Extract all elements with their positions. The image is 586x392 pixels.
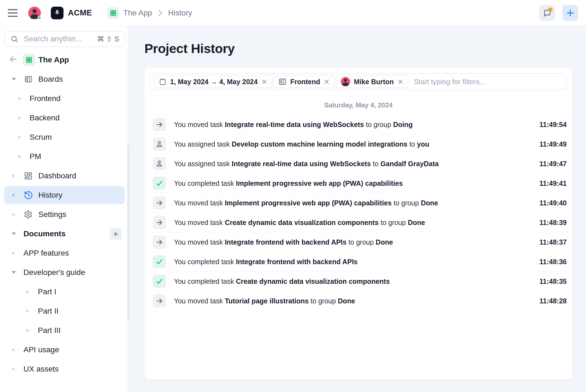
- history-row-time: 11:48:35: [539, 277, 567, 285]
- sidebar-item-label: Scrum: [30, 133, 52, 142]
- sidebar-item-label: Part I: [38, 287, 56, 296]
- sidebar-item-label: History: [38, 191, 62, 200]
- chat-button[interactable]: [539, 5, 555, 21]
- board-icon: [24, 75, 33, 83]
- hamburger-menu-icon[interactable]: [8, 9, 18, 17]
- sidebar-item-pm[interactable]: PM: [0, 147, 130, 166]
- history-row-text: You assigned task Integrate real-time da…: [174, 160, 534, 168]
- sidebar-item-app-features[interactable]: APP features: [0, 243, 130, 263]
- top-header: ACME The App History: [0, 0, 586, 26]
- history-row-time: 11:49:49: [539, 140, 567, 148]
- sidebar-item-ux-assets[interactable]: UX assets: [0, 359, 130, 379]
- sidebar-item-developer-s-guide[interactable]: Developer's guide: [0, 263, 130, 282]
- sidebar-item-part-ii[interactable]: Part II: [0, 301, 130, 321]
- user-avatar[interactable]: [28, 7, 41, 19]
- avatar-icon: [341, 77, 350, 86]
- sidebar-item-part-i[interactable]: Part I: [0, 282, 130, 301]
- sidebar-item-boards[interactable]: Boards: [0, 70, 130, 89]
- breadcrumb-page: History: [168, 9, 192, 17]
- sidebar-item-label: Part II: [38, 307, 59, 316]
- filter-bar[interactable]: 1, May 2024 → 4, May 2024FrontendMike Bu…: [150, 73, 567, 90]
- history-row[interactable]: You completed task Implement progressive…: [144, 173, 572, 193]
- create-new-button[interactable]: [562, 5, 578, 21]
- sidebar-item-label: Developer's guide: [23, 268, 85, 277]
- notification-dot: [548, 7, 553, 12]
- history-row[interactable]: You moved task Tutorial page illustratio…: [144, 291, 572, 311]
- sidebar-item-label: Frontend: [30, 94, 60, 103]
- sidebar-item-the-app[interactable]: The App: [0, 50, 130, 70]
- history-row[interactable]: You moved task Implement progressive web…: [144, 193, 572, 213]
- org-name: ACME: [68, 8, 92, 17]
- bullet-icon: [26, 291, 29, 293]
- sidebar-item-settings[interactable]: Settings: [0, 205, 130, 224]
- arrow-right-icon: [153, 216, 166, 229]
- sidebar-item-label: The App: [38, 55, 69, 64]
- history-row-time: 11:49:41: [539, 179, 567, 187]
- filter-chip-1-may-2024-4-may-2024[interactable]: 1, May 2024 → 4, May 2024: [154, 75, 272, 88]
- bullet-icon: [12, 175, 15, 177]
- sidebar-item-label: Settings: [38, 210, 66, 219]
- history-row-text: You assigned task Develop custom machine…: [174, 140, 534, 148]
- history-row[interactable]: You completed task Integrate frontend wi…: [144, 252, 572, 271]
- history-card: 1, May 2024 → 4, May 2024FrontendMike Bu…: [144, 68, 572, 380]
- breadcrumb-app-icon: [107, 7, 119, 19]
- sidebar-item-dashboard[interactable]: Dashboard: [0, 166, 130, 186]
- check-icon: [153, 255, 166, 268]
- board-icon: [278, 78, 287, 86]
- sidebar-item-label: Backend: [30, 113, 60, 122]
- sidebar-item-backend[interactable]: Backend: [0, 108, 130, 128]
- plus-icon: [566, 9, 575, 17]
- history-row-time: 11:48:28: [539, 297, 567, 305]
- search-input[interactable]: Search anythin... ⌘ ⇧ S: [4, 31, 125, 47]
- sidebar-item-documents[interactable]: Documents+: [0, 224, 130, 243]
- remove-filter-icon[interactable]: [324, 79, 330, 85]
- history-row[interactable]: You moved task Integrate frontend with b…: [144, 232, 572, 252]
- dashboard-icon: [24, 171, 33, 180]
- sidebar-item-label: Part III: [38, 326, 60, 335]
- sidebar-item-label: API usage: [23, 345, 59, 354]
- history-row[interactable]: You assigned task Develop custom machine…: [144, 134, 572, 154]
- remove-filter-icon[interactable]: [261, 79, 267, 85]
- history-row[interactable]: You moved task Create dynamic data visua…: [144, 213, 572, 232]
- page-title: Project History: [144, 41, 572, 56]
- back-arrow-icon[interactable]: [8, 54, 18, 65]
- filter-input-placeholder[interactable]: Start typing for filters...: [414, 78, 486, 86]
- history-row[interactable]: You assigned task Integrate real-time da…: [144, 154, 572, 173]
- filter-chip-mike-burton[interactable]: Mike Burton: [336, 75, 408, 88]
- history-row-time: 11:49:54: [539, 121, 567, 129]
- bullet-icon: [12, 252, 15, 255]
- rocket-icon: [53, 9, 61, 17]
- user-icon: [153, 137, 166, 151]
- history-row[interactable]: You completed task Create dynamic data v…: [144, 271, 572, 291]
- filter-chip-frontend[interactable]: Frontend: [273, 75, 335, 88]
- bullet-icon: [12, 213, 15, 216]
- bullet-icon: [12, 368, 15, 370]
- collapse-triangle-icon[interactable]: [12, 78, 16, 81]
- history-row-time: 11:48:37: [539, 238, 567, 246]
- history-row-time: 11:49:47: [539, 160, 567, 168]
- org-logo[interactable]: [51, 7, 64, 19]
- collapse-triangle-icon[interactable]: [12, 271, 16, 274]
- chevron-right-icon: [158, 9, 163, 17]
- history-row-text: You completed task Implement progressive…: [174, 179, 534, 187]
- add-document-button[interactable]: +: [110, 228, 122, 240]
- arrow-right-icon: [153, 235, 166, 249]
- filter-chip-label: Frontend: [290, 78, 320, 86]
- history-row[interactable]: You moved task Integrate real-time data …: [144, 115, 572, 134]
- sidebar-item-part-iii[interactable]: Part III: [0, 321, 130, 340]
- sidebar-item-frontend[interactable]: Frontend: [0, 89, 130, 108]
- search-shortcut: ⌘ ⇧ S: [97, 35, 119, 43]
- sidebar-scrollbar[interactable]: [127, 26, 130, 392]
- bullet-icon: [12, 349, 15, 351]
- sidebar-item-history[interactable]: History: [0, 186, 130, 205]
- sidebar-item-scrum[interactable]: Scrum: [0, 128, 130, 147]
- sidebar-item-api-usage[interactable]: API usage: [0, 340, 130, 359]
- remove-filter-icon[interactable]: [397, 79, 403, 85]
- history-icon: [24, 190, 33, 200]
- breadcrumb-app[interactable]: The App: [123, 9, 152, 17]
- search-icon: [10, 35, 18, 43]
- history-row-text: You moved task Integrate real-time data …: [174, 121, 534, 129]
- history-row-text: You moved task Integrate frontend with b…: [174, 238, 534, 246]
- collapse-triangle-icon[interactable]: [12, 232, 16, 235]
- sidebar-item-label: Boards: [38, 75, 63, 84]
